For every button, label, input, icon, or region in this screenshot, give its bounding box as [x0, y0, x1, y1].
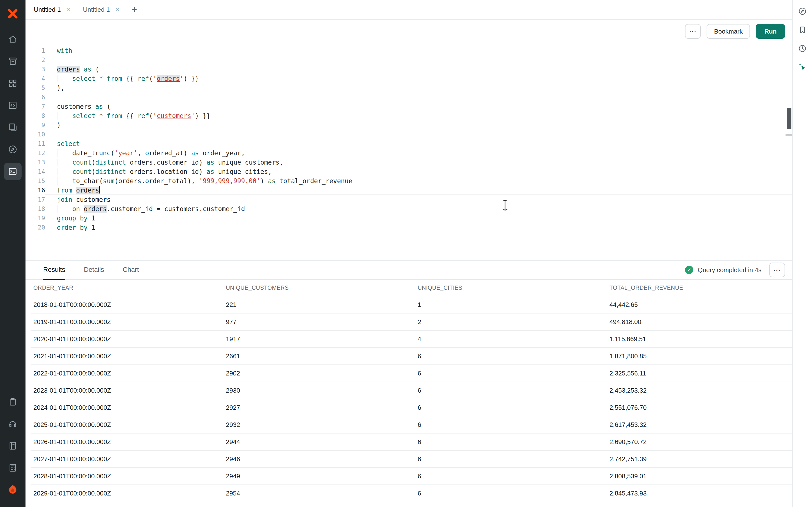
table-row[interactable]: 2025-01-01T00:00:00.000Z293262,617,453.3… — [32, 416, 793, 434]
tab-details[interactable]: Details — [84, 261, 104, 280]
table-row[interactable]: 2021-01-01T00:00:00.000Z266161,871,800.8… — [32, 348, 793, 365]
table-cell[interactable]: 6 — [416, 387, 608, 394]
code-line[interactable]: 5), — [26, 83, 793, 93]
code-line[interactable]: 7customers as ( — [26, 102, 793, 111]
table-cell[interactable]: 6 — [416, 352, 608, 360]
table-cell[interactable]: 2954 — [224, 490, 415, 497]
table-cell[interactable]: 6 — [416, 472, 608, 480]
table-cell[interactable]: 2,453,253.32 — [608, 387, 793, 394]
code-line[interactable]: 17join customers — [26, 195, 793, 204]
table-cell[interactable]: 2022-01-01T00:00:00.000Z — [32, 370, 224, 377]
table-cell[interactable]: 1 — [416, 301, 608, 308]
sql-editor[interactable]: 1with23orders as (4 select * from {{ ref… — [26, 43, 793, 260]
table-row[interactable]: 2018-01-01T00:00:00.000Z221144,442.65 — [32, 296, 793, 314]
table-cell[interactable]: 6 — [416, 455, 608, 463]
table-cell[interactable]: 6 — [416, 438, 608, 446]
table-cell[interactable]: 2946 — [224, 455, 415, 463]
table-row[interactable]: 2020-01-01T00:00:00.000Z191741,115,869.5… — [32, 331, 793, 348]
table-cell[interactable]: 2020-01-01T00:00:00.000Z — [32, 335, 224, 343]
table-row[interactable]: 2023-01-01T00:00:00.000Z293062,453,253.3… — [32, 382, 793, 399]
table-cell[interactable]: 2902 — [224, 370, 415, 377]
table-row[interactable]: 2024-01-01T00:00:00.000Z292762,551,076.7… — [32, 399, 793, 416]
clipboard-icon[interactable] — [4, 393, 21, 410]
table-cell[interactable]: 2019-01-01T00:00:00.000Z — [32, 318, 224, 326]
table-row[interactable]: 2027-01-01T00:00:00.000Z294662,742,751.3… — [32, 451, 793, 468]
table-cell[interactable]: 2026-01-01T00:00:00.000Z — [32, 438, 224, 446]
code-line[interactable]: 10 — [26, 130, 793, 139]
table-cell[interactable]: 6 — [416, 370, 608, 377]
table-cell[interactable]: 2023-01-01T00:00:00.000Z — [32, 387, 224, 394]
code-line[interactable]: 19group by 1 — [26, 214, 793, 223]
table-row[interactable]: 2022-01-01T00:00:00.000Z290262,325,556.1… — [32, 365, 793, 382]
table-cell[interactable]: 1,871,800.85 — [608, 352, 793, 360]
notebook-icon[interactable] — [4, 437, 21, 455]
table-cell[interactable]: 2,325,556.11 — [608, 370, 793, 377]
table-row[interactable]: 2030-01-01T00:00:00.000Z287961,841,049.3… — [32, 502, 793, 507]
code-line[interactable]: 2 — [26, 55, 793, 65]
table-cell[interactable]: 2018-01-01T00:00:00.000Z — [32, 301, 224, 308]
close-icon[interactable]: × — [66, 6, 70, 13]
bookmark-icon[interactable] — [795, 22, 810, 37]
results-more-button[interactable]: ⋯ — [769, 263, 785, 277]
calculator-icon[interactable] — [4, 459, 21, 476]
table-cell[interactable]: 494,818.00 — [608, 318, 793, 326]
code-line[interactable]: 14 count(distinct orders.location_id) as… — [26, 167, 793, 176]
table-row[interactable]: 2019-01-01T00:00:00.000Z9772494,818.00 — [32, 314, 793, 331]
headphones-icon[interactable] — [4, 415, 21, 433]
table-cell[interactable]: 6 — [416, 404, 608, 411]
table-cell[interactable]: 1917 — [224, 335, 415, 343]
code-line[interactable]: 11select — [26, 139, 793, 149]
table-row[interactable]: 2029-01-01T00:00:00.000Z295462,845,473.9… — [32, 485, 793, 502]
code-line[interactable]: 4 select * from {{ ref('orders') }} — [26, 74, 793, 83]
table-cell[interactable]: 2027-01-01T00:00:00.000Z — [32, 455, 224, 463]
table-cell[interactable]: 2028-01-01T00:00:00.000Z — [32, 472, 224, 480]
terminal-icon[interactable] — [4, 163, 21, 180]
table-cell[interactable]: 2,808,539.01 — [608, 472, 793, 480]
code-line[interactable]: 1with — [26, 46, 793, 55]
table-cell[interactable]: 2,742,751.39 — [608, 455, 793, 463]
tab-results[interactable]: Results — [43, 261, 65, 280]
table-cell[interactable]: 2,690,570.72 — [608, 438, 793, 446]
bookmark-button[interactable]: Bookmark — [707, 24, 750, 39]
table-cell[interactable]: 2021-01-01T00:00:00.000Z — [32, 352, 224, 360]
compass-icon[interactable] — [4, 140, 21, 158]
archive-icon[interactable] — [4, 52, 21, 70]
code-line[interactable]: 9) — [26, 120, 793, 130]
table-cell[interactable]: 2930 — [224, 387, 415, 394]
table-cell[interactable]: 1,115,869.51 — [608, 335, 793, 343]
code-line[interactable]: 6 — [26, 93, 793, 102]
table-cell[interactable]: 2029-01-01T00:00:00.000Z — [32, 490, 224, 497]
table-cell[interactable]: 2927 — [224, 404, 415, 411]
code-line[interactable]: 8 select * from {{ ref('customers') }} — [26, 111, 793, 120]
table-cell[interactable]: 977 — [224, 318, 415, 326]
table-cell[interactable]: 2,551,076.70 — [608, 404, 793, 411]
table-cell[interactable]: 2,617,453.32 — [608, 421, 793, 429]
tab-untitled-2[interactable]: Untitled 1 × — [77, 0, 125, 19]
table-row[interactable]: 2028-01-01T00:00:00.000Z294962,808,539.0… — [32, 468, 793, 485]
code-line[interactable]: 16from orders — [26, 186, 793, 195]
home-icon[interactable] — [4, 31, 21, 48]
table-cell[interactable]: 2944 — [224, 438, 415, 446]
table-cell[interactable]: 44,442.65 — [608, 301, 793, 308]
windows-icon[interactable] — [4, 119, 21, 136]
brand-icon[interactable] — [4, 481, 21, 499]
compass-icon[interactable] — [795, 4, 810, 19]
run-button[interactable]: Run — [756, 24, 785, 39]
code-line[interactable]: 20order by 1 — [26, 223, 793, 232]
code-line[interactable]: 15 to_char(sum(orders.order_total), '999… — [26, 176, 793, 186]
table-row[interactable]: 2026-01-01T00:00:00.000Z294462,690,570.7… — [32, 434, 793, 451]
editor-scrollbar-thumb[interactable] — [787, 108, 792, 129]
history-icon[interactable] — [795, 41, 810, 56]
tab-untitled-1[interactable]: Untitled 1 × — [28, 0, 77, 19]
grid-icon[interactable] — [4, 74, 21, 92]
code-panel-icon[interactable] — [4, 97, 21, 114]
table-cell[interactable]: 6 — [416, 421, 608, 429]
table-cell[interactable]: 2 — [416, 318, 608, 326]
table-cell[interactable]: 2025-01-01T00:00:00.000Z — [32, 421, 224, 429]
tab-chart[interactable]: Chart — [123, 261, 139, 280]
cursor-click-icon[interactable] — [795, 60, 810, 74]
table-cell[interactable]: 2661 — [224, 352, 415, 360]
table-cell[interactable]: 2949 — [224, 472, 415, 480]
table-cell[interactable]: 6 — [416, 490, 608, 497]
code-line[interactable]: 3orders as ( — [26, 65, 793, 74]
